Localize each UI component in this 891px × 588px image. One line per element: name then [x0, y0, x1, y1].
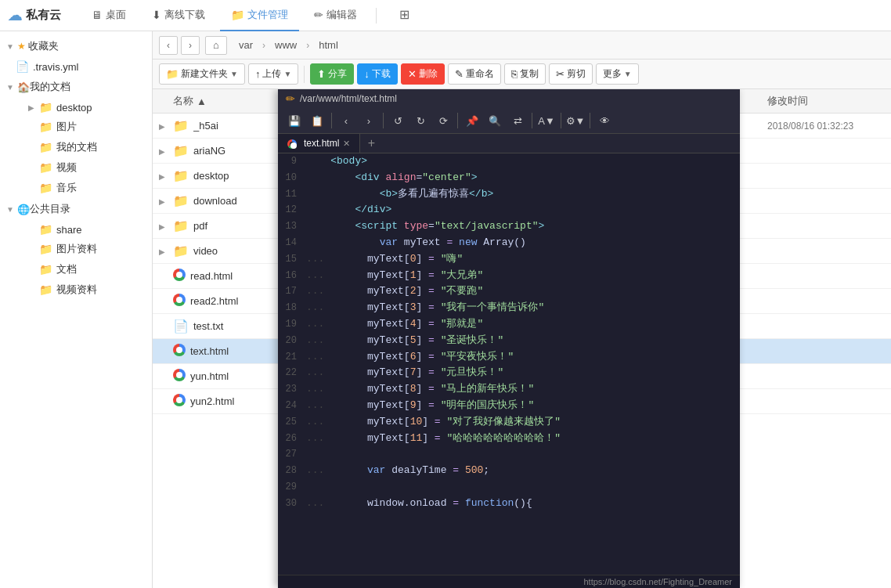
folder-icon-mydocs: 📁 — [39, 141, 52, 153]
editor-path-icon: ✏ — [286, 92, 295, 105]
editor-pin-btn[interactable]: 📌 — [462, 110, 482, 131]
editor-search-btn[interactable]: 🔍 — [485, 110, 505, 131]
chrome-icon-read2 — [173, 294, 186, 308]
nav-tab-editor[interactable]: ✏ 编辑器 — [303, 0, 368, 31]
desktop-icon: 🖥 — [92, 9, 103, 21]
sidebar-item-img-data[interactable]: 📁 图片资料 — [0, 239, 152, 259]
sidebar-item-mydocs[interactable]: 📁 我的文档 — [0, 137, 152, 157]
editor-replace-btn[interactable]: ⇄ — [507, 110, 528, 131]
folder-icon3: 📁 — [173, 168, 189, 183]
folder-icon6: 📁 — [173, 243, 189, 258]
editor-next-btn[interactable]: › — [359, 110, 379, 131]
editor-tool-btn[interactable]: ⚙▼ — [565, 110, 586, 131]
cut-btn[interactable]: ✂ 剪切 — [549, 63, 593, 85]
code-line-17: 17 ... myText[2] = "不要跑" — [278, 283, 740, 300]
upload-dropdown: ▼ — [283, 70, 291, 78]
files-icon: 📁 — [231, 9, 244, 21]
code-line-28: 28 ... var dealyTime = 500; — [278, 463, 740, 479]
tab-close-btn[interactable]: ✕ — [343, 139, 350, 149]
breadcrumb-sep2: › — [306, 40, 309, 51]
editor-undo-btn[interactable]: ↺ — [388, 110, 408, 131]
sidebar-img-data-label: 图片资料 — [56, 242, 97, 256]
nav-grid-btn[interactable]: ⊞ — [388, 0, 420, 31]
editor-code-content[interactable]: 9 <body> 10 <div align="center"> 11 <b>多… — [278, 153, 740, 575]
code-line-14: 14 var myText = new Array() — [278, 235, 740, 251]
delete-btn[interactable]: ✕ 删除 — [401, 63, 445, 85]
breadcrumb-home-btn[interactable]: ⌂ — [205, 36, 227, 55]
copy-btn[interactable]: ⎘ 复制 — [504, 63, 546, 85]
sidebar-item-share[interactable]: 📁 share — [0, 220, 152, 239]
sidebar-item-music[interactable]: 📁 音乐 — [0, 178, 152, 198]
col-modified-label: 修改时间 — [767, 95, 808, 106]
code-line-19: 19 ... myText[4] = "那就是" — [278, 316, 740, 333]
rename-icon: ✎ — [455, 68, 464, 80]
folder-icon-video: 📁 — [39, 161, 52, 174]
share-btn[interactable]: ⬆ 分享 — [310, 63, 354, 85]
tb-sep3 — [457, 113, 458, 128]
tb-sep5 — [561, 113, 561, 128]
breadcrumb-sep1: › — [262, 40, 265, 51]
sidebar-public-label: 公共目录 — [30, 202, 70, 216]
sidebar-item-pictures[interactable]: 📁 图片 — [0, 117, 152, 137]
folder-icon-docs: 📁 — [39, 263, 52, 276]
toolbar-sep1 — [304, 66, 305, 83]
sidebar-item-travis[interactable]: 📄 .travis.yml — [0, 57, 152, 76]
rename-btn[interactable]: ✎ 重命名 — [448, 63, 501, 85]
folder-icon: 📁 — [173, 118, 189, 133]
code-line-11: 11 <b>多看几遍有惊喜</b> — [278, 186, 740, 203]
editor-preview-btn[interactable]: 👁 — [594, 110, 615, 131]
breadcrumb-var[interactable]: var — [233, 38, 259, 52]
code-line-16: 16 ... myText[1] = "大兄弟" — [278, 268, 740, 284]
tb-sep4 — [532, 113, 532, 128]
download-btn[interactable]: ↓ 下载 — [357, 63, 398, 85]
more-btn[interactable]: 更多 ▼ — [596, 63, 639, 85]
nav-tab-offline[interactable]: ⬇ 离线下载 — [141, 0, 216, 31]
sidebar-item-video[interactable]: 📁 视频 — [0, 157, 152, 178]
rename-label: 重命名 — [466, 67, 494, 81]
breadcrumb-www[interactable]: www — [269, 38, 303, 52]
editor-save-btn[interactable]: 💾 — [284, 110, 305, 131]
nav-tab-editor-label: 编辑器 — [326, 8, 357, 22]
delete-icon: ✕ — [408, 68, 417, 80]
editor-tab-label: text.html — [304, 138, 339, 149]
folder-icon4: 📁 — [173, 193, 189, 208]
sidebar-video-label: 视频 — [56, 161, 77, 175]
editor-new-tab-btn[interactable]: + — [360, 136, 382, 150]
editor-icon: ✏ — [314, 9, 323, 21]
editor-redo-btn[interactable]: ↻ — [410, 110, 431, 131]
expand-cell3: ▶ — [159, 170, 173, 182]
editor-saveas-btn[interactable]: 📋 — [307, 110, 327, 131]
expand-cell: ▶ — [159, 120, 173, 132]
code-line-27: 27 — [278, 446, 740, 463]
breadcrumb-bar: ‹ › ⌂ var › www › html — [153, 31, 891, 60]
copy-icon: ⎘ — [511, 68, 518, 80]
breadcrumb-forward-btn[interactable]: › — [181, 36, 200, 55]
sidebar-item-docs[interactable]: 📁 文档 — [0, 259, 152, 280]
editor-prev-btn[interactable]: ‹ — [336, 110, 356, 131]
download-icon: ↓ — [364, 68, 370, 80]
breadcrumb-back-btn[interactable]: ‹ — [159, 36, 178, 55]
upload-icon: ↑ — [255, 68, 261, 80]
public-icon: 🌐 — [17, 204, 30, 215]
content-area: ‹ › ⌂ var › www › html 📁 新建文件夹 ▼ ↑ 上传 ▼ … — [153, 31, 891, 588]
expand-cell4: ▶ — [159, 195, 173, 207]
breadcrumb-html[interactable]: html — [312, 38, 344, 52]
editor-font-btn[interactable]: A▼ — [536, 110, 557, 131]
star-icon: ★ — [17, 41, 26, 52]
code-line-13: 13 <script type="text/javascript"> — [278, 218, 740, 235]
more-label: 更多 — [603, 67, 622, 81]
new-folder-btn[interactable]: 📁 新建文件夹 ▼ — [159, 63, 245, 85]
editor-refresh-btn[interactable]: ⟳ — [433, 110, 453, 131]
folder-icon-music: 📁 — [39, 182, 52, 194]
sidebar-mydocs-header[interactable]: ▼ 🏠 我的文档 — [0, 76, 152, 98]
upload-btn[interactable]: ↑ 上传 ▼ — [248, 63, 298, 85]
sidebar-item-video-data[interactable]: 📁 视频资料 — [0, 280, 152, 300]
app-logo: ☁ 私有云 — [8, 7, 61, 24]
sidebar-item-desktop[interactable]: ▶ 📁 desktop — [0, 98, 152, 117]
nav-tab-files[interactable]: 📁 文件管理 — [220, 0, 299, 31]
editor-tab-text[interactable]: text.html ✕ — [278, 134, 360, 153]
sidebar-collections-header[interactable]: ▼ ★ 收藏夹 — [0, 35, 152, 57]
sidebar-public-header[interactable]: ▼ 🌐 公共目录 — [0, 198, 152, 220]
folder-icon-video-data: 📁 — [39, 283, 52, 296]
nav-tab-desktop[interactable]: 🖥 桌面 — [81, 0, 137, 31]
